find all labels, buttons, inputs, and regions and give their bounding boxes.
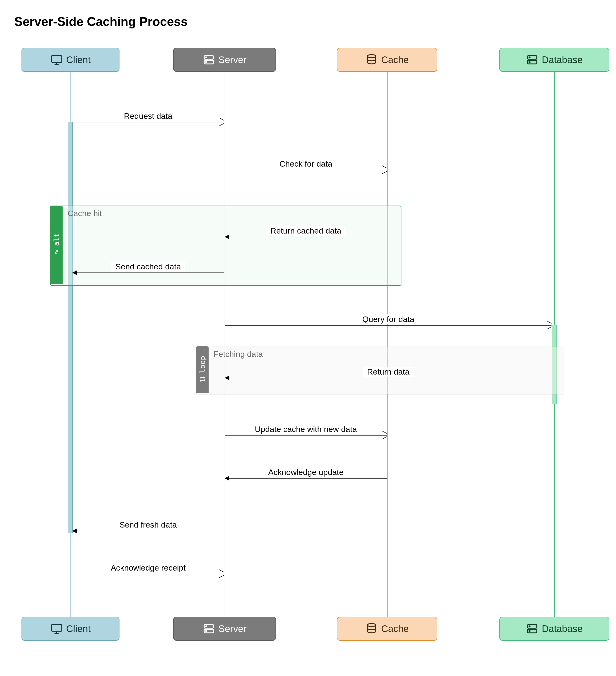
participant-label: Client	[66, 623, 90, 634]
participant-label: Cache	[381, 55, 409, 65]
message-send-cached-data: Send cached data	[73, 273, 224, 273]
message-label: Send cached data	[111, 262, 185, 272]
participant-label: Database	[542, 623, 582, 634]
participant-client-bottom: Client	[21, 617, 119, 640]
server-rack-icon	[203, 54, 215, 66]
message-acknowledge-update: Acknowledge update	[225, 478, 387, 478]
participant-label: Server	[219, 55, 247, 65]
message-label: Acknowledge update	[264, 467, 348, 477]
diagram-title: Server-Side Caching Process	[14, 14, 602, 29]
svg-rect-12	[51, 625, 62, 631]
svg-point-7	[368, 55, 376, 58]
message-label: Request data	[120, 111, 177, 121]
participant-label: Client	[66, 55, 90, 65]
fragment-alt-condition: Cache hit	[68, 209, 102, 218]
monitor-icon	[50, 622, 63, 635]
svg-point-22	[529, 626, 530, 627]
message-label: Acknowledge receipt	[106, 563, 190, 573]
message-label: Send fresh data	[115, 520, 181, 530]
fragment-loop-tab: loop	[196, 346, 208, 393]
participant-label: Cache	[381, 623, 409, 634]
loop-arrows-icon	[199, 376, 205, 384]
svg-point-23	[529, 631, 530, 631]
participant-server-bottom: Server	[173, 617, 276, 640]
server-rack-icon	[526, 622, 538, 635]
message-return-cached-data: Return cached data	[225, 237, 387, 237]
fragment-loop-tag: loop	[198, 356, 207, 373]
svg-point-10	[529, 57, 530, 58]
fragment-loop-condition: Fetching data	[213, 349, 263, 359]
participant-label: Database	[542, 55, 582, 65]
participant-cache-bottom: Cache	[337, 617, 437, 640]
expand-arrows-icon	[53, 248, 60, 257]
svg-rect-0	[51, 56, 62, 62]
svg-point-19	[368, 623, 376, 626]
database-icon	[365, 54, 378, 66]
message-acknowledge-receipt: Acknowledge receipt	[73, 574, 224, 574]
participant-client-top: Client	[21, 48, 119, 72]
participant-label: Server	[219, 623, 247, 634]
message-request-data: Request data	[73, 122, 224, 122]
svg-point-6	[206, 62, 207, 63]
svg-point-17	[206, 626, 207, 627]
svg-point-11	[529, 62, 530, 63]
svg-point-5	[206, 57, 207, 58]
fragment-alt-tab: alt	[50, 206, 63, 284]
participant-cache-top: Cache	[337, 48, 437, 72]
svg-point-18	[206, 631, 207, 631]
database-icon	[365, 622, 378, 635]
participant-database-top: Database	[499, 48, 609, 72]
server-rack-icon	[526, 54, 538, 66]
server-rack-icon	[203, 622, 215, 635]
message-query-for-data: Query for data	[225, 325, 552, 326]
message-label: Update cache with new data	[250, 424, 361, 434]
message-check-for-data: Check for data	[225, 170, 387, 170]
monitor-icon	[50, 54, 63, 66]
message-send-fresh-data: Send fresh data	[73, 531, 224, 531]
participant-server-top: Server	[173, 48, 276, 72]
fragment-alt-tag: alt	[52, 233, 61, 246]
sequence-diagram: Client Server Cache Database alt Cache h…	[14, 48, 602, 645]
message-return-data: Return data	[225, 378, 552, 378]
message-label: Check for data	[275, 159, 336, 169]
message-label: Query for data	[358, 314, 418, 324]
fragment-alt: alt Cache hit	[50, 206, 402, 286]
message-label: Return data	[363, 367, 414, 377]
participant-database-bottom: Database	[499, 617, 609, 640]
message-label: Return cached data	[266, 226, 346, 236]
message-update-cache: Update cache with new data	[225, 435, 387, 436]
activation-client	[68, 122, 73, 533]
